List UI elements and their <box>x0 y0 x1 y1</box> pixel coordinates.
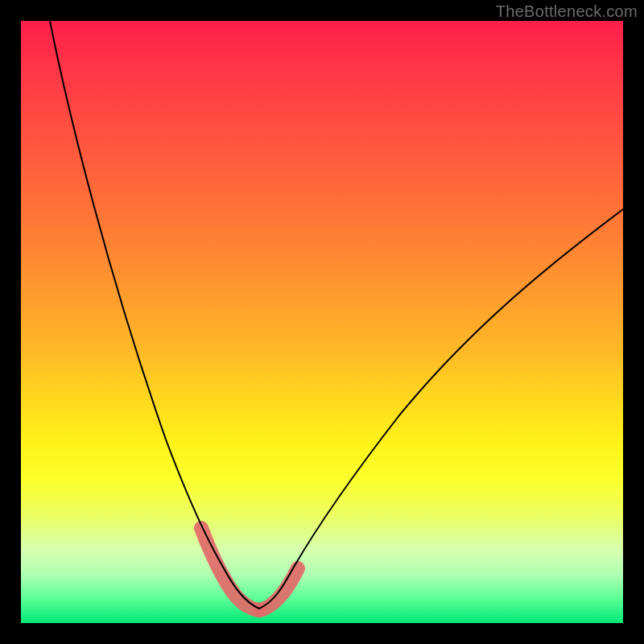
curve-layer <box>21 21 623 623</box>
chart-stage: TheBottleneck.com <box>0 0 644 644</box>
bottleneck-curve <box>50 21 623 609</box>
optimal-range-highlight-right <box>259 568 298 610</box>
watermark-text: TheBottleneck.com <box>496 2 638 21</box>
optimal-range-highlight-left <box>201 528 259 610</box>
